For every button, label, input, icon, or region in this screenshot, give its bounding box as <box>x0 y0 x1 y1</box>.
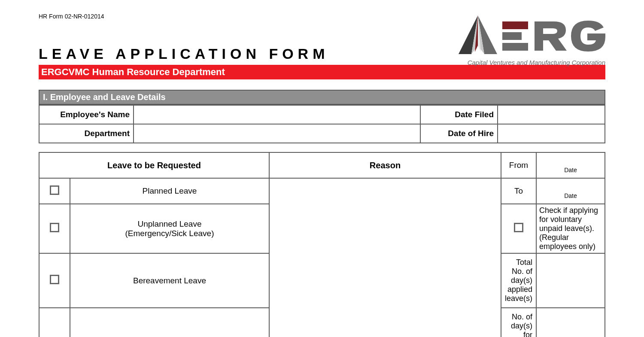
checkbox-icon <box>514 223 523 232</box>
planned-leave-label: Planned Leave <box>70 178 269 204</box>
table-row: Employee's Name Date Filed <box>39 105 605 124</box>
leave-header: Leave to be Requested <box>39 152 269 178</box>
logo: Capital Ventures and Manufacturing Corpo… <box>464 15 605 66</box>
date-sublabel: Date <box>540 192 601 199</box>
svg-rect-6 <box>502 32 522 40</box>
voluntary-note: Check if applying for voluntary unpaid l… <box>536 204 605 253</box>
checkbox-icon <box>50 223 59 232</box>
from-label: From <box>501 152 536 178</box>
paid-days-label: No. of day(s) for applied paid leave (s) <box>501 308 536 337</box>
department-bar: ERGCVMC Human Resource Department <box>39 65 605 79</box>
employee-name-field[interactable] <box>134 105 420 124</box>
reason-field[interactable] <box>269 178 501 337</box>
department-field[interactable] <box>134 124 420 143</box>
voluntary-unpaid-checkbox[interactable] <box>501 204 536 253</box>
planned-leave-checkbox[interactable] <box>39 178 70 204</box>
svg-rect-7 <box>502 43 528 51</box>
date-sublabel: Date <box>540 167 601 173</box>
maternity-leave-checkbox[interactable] <box>39 308 70 337</box>
date-filed-label: Date Filed <box>420 105 498 124</box>
date-filed-field[interactable] <box>498 105 605 124</box>
paid-days-field[interactable] <box>536 308 605 337</box>
reason-header: Reason <box>269 152 501 178</box>
employee-name-label: Employee's Name <box>39 105 134 124</box>
bereavement-leave-checkbox[interactable] <box>39 253 70 308</box>
employee-details-table: Employee's Name Date Filed Department Da… <box>39 105 605 143</box>
unplanned-leave-label: Unplanned Leave (Emergency/Sick Leave) <box>70 204 269 253</box>
department-label: Department <box>39 124 134 143</box>
table-row: Planned Leave To Date <box>39 178 605 204</box>
to-date-field[interactable]: Date <box>536 178 605 204</box>
unplanned-leave-checkbox[interactable] <box>39 204 70 253</box>
logo-text <box>502 19 605 53</box>
total-days-label: Total No. of day(s) applied leave(s) <box>501 253 536 308</box>
from-date-field[interactable]: Date <box>536 152 605 178</box>
svg-rect-5 <box>502 21 528 29</box>
table-row: Leave to be Requested Reason From Date <box>39 152 605 178</box>
total-days-field[interactable] <box>536 253 605 308</box>
section-1-header: I. Employee and Leave Details <box>39 90 605 105</box>
checkbox-icon <box>50 275 59 284</box>
date-hire-field[interactable] <box>498 124 605 143</box>
checkbox-icon <box>50 185 59 195</box>
maternity-leave-label: Maternity Leave <box>70 308 269 337</box>
leave-request-table: Leave to be Requested Reason From Date P… <box>39 152 605 337</box>
unplanned-sub: (Emergency/Sick Leave) <box>125 229 214 238</box>
logo-tagline: Capital Ventures and Manufacturing Corpo… <box>464 59 605 66</box>
date-hire-label: Date of Hire <box>420 124 498 143</box>
to-label: To <box>501 178 536 204</box>
table-row: Department Date of Hire <box>39 124 605 143</box>
pyramid-icon <box>459 15 497 56</box>
bereavement-leave-label: Bereavement Leave <box>70 253 269 308</box>
unplanned-text: Unplanned Leave <box>138 219 202 228</box>
